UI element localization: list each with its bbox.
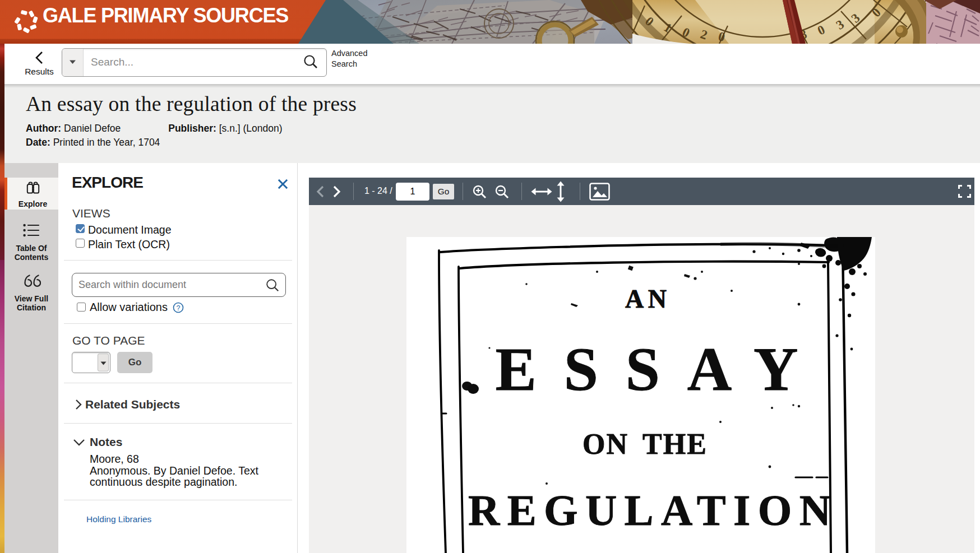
svg-text:REGULATION: REGULATION: [468, 486, 831, 535]
svg-text:ESSAY: ESSAY: [496, 335, 798, 403]
svg-text:?: ?: [177, 304, 181, 312]
svg-text:AN: AN: [625, 285, 667, 313]
svg-text:ON THE: ON THE: [583, 428, 706, 460]
